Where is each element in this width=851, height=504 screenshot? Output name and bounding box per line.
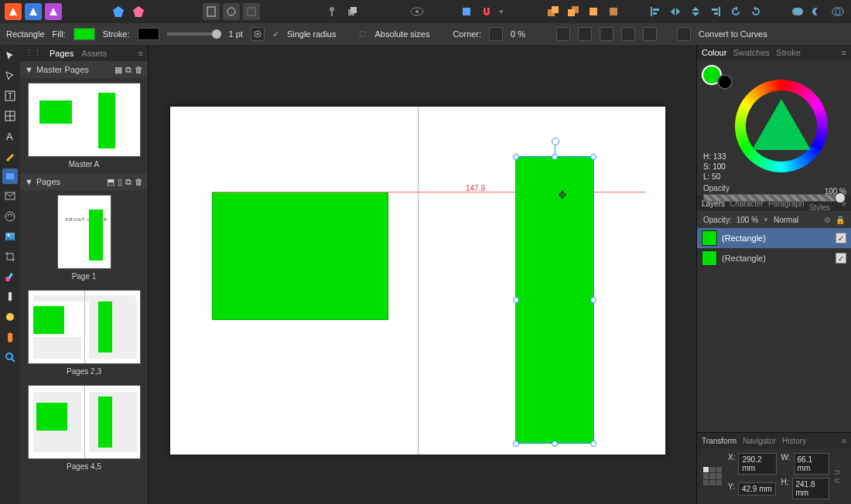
- layer-cog-icon[interactable]: ⚙: [824, 216, 831, 224]
- tab-stroke[interactable]: Stroke: [776, 48, 801, 57]
- rectangle-tool-icon[interactable]: [2, 169, 18, 184]
- link-wh-icon[interactable]: ⊃⊂: [834, 468, 845, 485]
- photo-app-icon[interactable]: [45, 3, 62, 20]
- tab-history[interactable]: History: [782, 437, 806, 445]
- fill-tool-icon[interactable]: [2, 309, 18, 325]
- page-add-icon[interactable]: ▯: [118, 177, 122, 187]
- bool-add-icon[interactable]: [789, 3, 806, 20]
- align-opt2-icon[interactable]: [578, 27, 592, 41]
- bool-int-icon[interactable]: [829, 3, 846, 20]
- rectangle-left[interactable]: [212, 192, 388, 320]
- circle-icon[interactable]: [223, 3, 240, 20]
- page-del-icon[interactable]: 🗑: [135, 177, 143, 187]
- sel-handle-tl[interactable]: [513, 154, 519, 160]
- sel-handle-br[interactable]: [590, 441, 596, 447]
- page-spread-icon[interactable]: ⬒: [107, 177, 114, 187]
- flip-h-icon[interactable]: [667, 3, 684, 20]
- arrange-bwd-icon[interactable]: [605, 3, 622, 20]
- stroke-swatch[interactable]: [138, 28, 159, 40]
- page45-thumb[interactable]: [28, 385, 141, 459]
- pen-tool-icon[interactable]: [2, 148, 18, 164]
- anchor-selector[interactable]: [703, 467, 722, 485]
- tab-colour[interactable]: Colour: [702, 48, 726, 57]
- corner-type[interactable]: [489, 27, 503, 41]
- zoom-tool-icon[interactable]: [2, 349, 18, 365]
- layer-row-2[interactable]: (Rectangle) ✓: [697, 248, 851, 268]
- rotate-l-icon[interactable]: [727, 3, 744, 20]
- align-opt5-icon[interactable]: [643, 27, 657, 41]
- brush-tool-icon[interactable]: [2, 269, 18, 284]
- rotate-r-icon[interactable]: [747, 3, 764, 20]
- align-r-icon[interactable]: [707, 3, 724, 20]
- image-tool-icon[interactable]: [2, 229, 18, 244]
- single-radius-check[interactable]: Single radius: [287, 29, 337, 39]
- layer-lock-icon[interactable]: 🔒: [836, 216, 845, 224]
- tab-transform[interactable]: Transform: [702, 437, 737, 445]
- arrange-front-icon[interactable]: [545, 3, 562, 20]
- opacity-slider[interactable]: [703, 194, 845, 202]
- convert-curves[interactable]: Convert to Curves: [699, 29, 767, 39]
- layer-visible-check[interactable]: ✓: [836, 253, 846, 264]
- align-opt3-icon[interactable]: [600, 27, 613, 41]
- master-dup-icon[interactable]: ⧉: [125, 65, 132, 75]
- w-field[interactable]: 66.1 mm: [794, 453, 829, 475]
- layer-small-icon[interactable]: [343, 3, 361, 20]
- rotate-handle[interactable]: [552, 138, 559, 145]
- picker-tool-icon[interactable]: [2, 289, 18, 305]
- magnet-icon[interactable]: [478, 3, 495, 20]
- tab-swatches[interactable]: Swatches: [733, 48, 770, 57]
- sel-handle-ml[interactable]: [513, 297, 519, 303]
- designer-app-icon[interactable]: [5, 3, 22, 20]
- panel-menu-icon[interactable]: ≡: [138, 49, 143, 58]
- layer-opacity-value[interactable]: 100 %: [737, 216, 758, 224]
- snap-icon[interactable]: [458, 3, 475, 20]
- bool-sub-icon[interactable]: [809, 3, 826, 20]
- persona-a-icon[interactable]: [110, 3, 127, 20]
- sel-handle-mr[interactable]: [590, 297, 596, 303]
- colour-menu-icon[interactable]: ≡: [842, 48, 846, 57]
- colour-triangle[interactable]: [752, 99, 811, 150]
- table-tool-icon[interactable]: [2, 108, 18, 124]
- rectangle-right-selected[interactable]: [515, 156, 594, 444]
- page23-thumb[interactable]: [28, 290, 141, 364]
- opacity-value[interactable]: 100 %: [825, 187, 846, 196]
- persona-b-icon[interactable]: [130, 3, 147, 20]
- artistic-text-tool-icon[interactable]: A: [2, 128, 18, 144]
- arrange-fwd-icon[interactable]: [585, 3, 602, 20]
- align-opt4-icon[interactable]: [621, 27, 635, 41]
- pin-icon[interactable]: [323, 3, 340, 20]
- publisher-app-icon[interactable]: [25, 3, 42, 20]
- gear-icon[interactable]: [251, 27, 265, 41]
- sel-handle-tc[interactable]: [552, 154, 558, 160]
- text-frame-tool-icon[interactable]: T: [2, 88, 18, 104]
- flip-v-icon[interactable]: [687, 3, 704, 20]
- absolute-sizes-check[interactable]: Absolute sizes: [374, 29, 429, 39]
- tab-navigator[interactable]: Navigator: [743, 437, 776, 445]
- hand-tool-icon[interactable]: [2, 329, 18, 345]
- canvas[interactable]: 147.9 ✥: [149, 45, 696, 504]
- asset-tool-icon[interactable]: [2, 209, 18, 224]
- pages-header[interactable]: ▼Pages ⬒ ▯ ⧉ 🗑: [20, 173, 148, 190]
- align-opt1-icon[interactable]: [556, 27, 570, 41]
- stroke-width-slider[interactable]: [167, 32, 221, 36]
- square-icon[interactable]: [243, 3, 260, 20]
- master-pages-header[interactable]: ▼Master Pages ▦ ⧉ 🗑: [20, 61, 148, 78]
- arrange-back-icon[interactable]: [565, 3, 582, 20]
- master-thumb[interactable]: [28, 83, 141, 157]
- tab-assets[interactable]: Assets: [81, 49, 107, 58]
- transform-menu-icon[interactable]: ≡: [842, 437, 846, 445]
- x-field[interactable]: 290.2 mm: [738, 453, 776, 475]
- layer-visible-check[interactable]: ✓: [836, 233, 846, 243]
- preview-icon[interactable]: [408, 3, 426, 20]
- move-tool-icon[interactable]: [2, 48, 18, 63]
- align-l-icon[interactable]: [647, 3, 664, 20]
- stroke-circle[interactable]: [717, 74, 733, 90]
- convert-icon[interactable]: [677, 27, 691, 41]
- crop-tool-icon[interactable]: [2, 249, 18, 264]
- layer-row-1[interactable]: (Rectangle) ✓: [697, 228, 851, 248]
- master-del-icon[interactable]: 🗑: [135, 65, 143, 75]
- sel-handle-bl[interactable]: [513, 441, 519, 447]
- fill-swatch[interactable]: [73, 28, 95, 40]
- envelope-tool-icon[interactable]: [2, 189, 18, 204]
- h-field[interactable]: 241.8 mm: [792, 478, 830, 499]
